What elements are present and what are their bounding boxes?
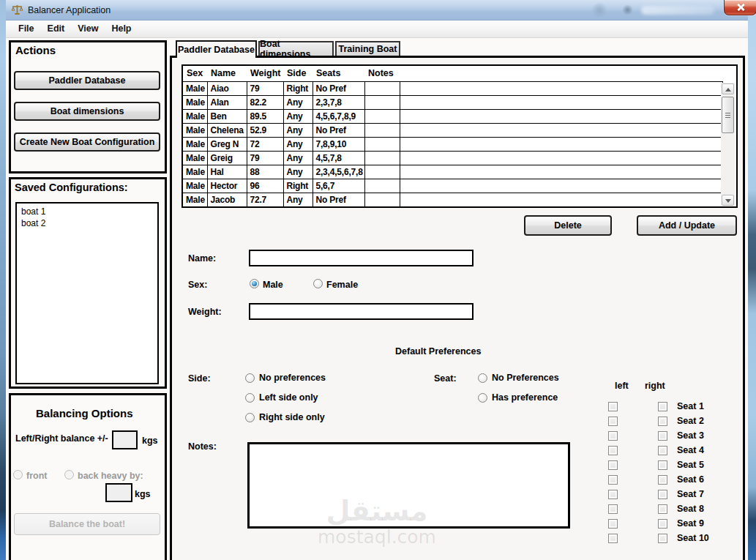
table-row[interactable]: Male Aiao 79 Right No Pref xyxy=(183,81,722,95)
table-scrollbar[interactable] xyxy=(721,83,735,206)
table-row[interactable]: Male Jacob 72.7 Any No Pref xyxy=(183,193,722,206)
seat-left-checkbox[interactable] xyxy=(608,431,618,441)
seat-number-label: Seat 3 xyxy=(677,430,704,441)
seat-row: Seat 10 xyxy=(608,531,709,545)
saved-configuration-item[interactable]: boat 1 xyxy=(21,206,153,217)
side-option-label: No preferences xyxy=(259,373,326,383)
saved-configurations-list[interactable]: boat 1boat 2 xyxy=(15,202,159,384)
seat-checkbox-grid: Seat 1 Seat 2 Seat 3 Seat 4 xyxy=(608,399,709,545)
table-row[interactable]: Male Hector 96 Right 5,6,7 xyxy=(183,179,722,193)
paddler-database-button[interactable]: Paddler Database xyxy=(14,71,160,90)
tab-training-boat[interactable]: Training Boat xyxy=(335,41,400,56)
col-header-seats[interactable]: Seats xyxy=(312,66,364,81)
seat-row: Seat 7 xyxy=(608,487,709,501)
saved-configuration-item[interactable]: boat 2 xyxy=(21,217,153,229)
seat-left-checkbox[interactable] xyxy=(608,490,618,499)
seat-left-checkbox[interactable] xyxy=(608,402,618,411)
seat-left-checkbox[interactable] xyxy=(608,534,618,543)
col-header-name[interactable]: Name xyxy=(207,66,247,81)
seat-right-checkbox[interactable] xyxy=(658,431,667,441)
col-header-weight[interactable]: Weight xyxy=(247,66,283,81)
seat-option-radio[interactable] xyxy=(478,393,487,403)
col-header-notes[interactable]: Notes xyxy=(364,66,400,81)
back-heavy-label: back heavy by: xyxy=(78,471,143,481)
scroll-up-button[interactable] xyxy=(722,83,734,94)
seat-right-checkbox[interactable] xyxy=(658,475,667,485)
side-option-label: Right side only xyxy=(259,412,325,422)
boat-dimensions-button[interactable]: Boat dimensions xyxy=(14,102,160,121)
seat-right-checkbox[interactable] xyxy=(658,460,667,470)
side-option-radio[interactable] xyxy=(245,373,255,383)
table-body: Male Aiao 79 Right No Pref Male Alan 82.… xyxy=(183,81,722,206)
seat-right-checkbox[interactable] xyxy=(658,446,667,455)
cell-name: Hector xyxy=(207,179,247,193)
seat-left-checkbox[interactable] xyxy=(608,504,618,514)
app-window: Balancer Application FileEditViewHelp Ac… xyxy=(0,0,756,560)
table-row[interactable]: Male Greg N 72 Any 7,8,9,10 xyxy=(183,137,722,151)
seat-left-checkbox[interactable] xyxy=(608,519,618,529)
table-row[interactable]: Male Ben 89.5 Any 4,5,6,7,8,9 xyxy=(183,109,722,123)
menu-item[interactable]: Help xyxy=(105,20,138,37)
male-radio[interactable] xyxy=(250,279,259,288)
kgs-label: kgs xyxy=(142,436,158,446)
tab-boat-dimensions[interactable]: Boat dimensions xyxy=(258,41,334,56)
seat-preference-group: No Preferences Has preference xyxy=(478,373,559,412)
cell-notes xyxy=(364,137,400,151)
seat-option-row: No Preferences xyxy=(478,373,559,383)
female-radio[interactable] xyxy=(313,279,323,288)
table-row[interactable]: Male Alan 82.2 Any 2,3,7,8 xyxy=(183,95,722,109)
seat-right-checkbox[interactable] xyxy=(658,519,667,529)
tab-paddler-database[interactable]: Paddler Database xyxy=(176,40,257,58)
cell-sex: Male xyxy=(183,179,207,193)
menu-item[interactable]: Edit xyxy=(41,20,72,37)
cell-side: Any xyxy=(283,137,312,151)
seat-left-checkbox[interactable] xyxy=(608,417,618,426)
weight-input[interactable] xyxy=(249,303,474,320)
cell-sex: Male xyxy=(183,81,207,95)
seat-row: Seat 2 xyxy=(608,414,709,428)
seat-left-checkbox[interactable] xyxy=(608,460,618,470)
seat-right-checkbox[interactable] xyxy=(658,417,667,426)
seat-right-checkbox[interactable] xyxy=(658,504,667,514)
cell-seats: No Pref xyxy=(312,193,364,206)
seat-option-radio[interactable] xyxy=(478,373,487,383)
lr-balance-input[interactable] xyxy=(112,430,138,449)
front-radio[interactable] xyxy=(13,470,23,479)
titlebar[interactable]: Balancer Application xyxy=(6,0,748,20)
balance-the-boat-button[interactable]: Balance the boat! xyxy=(14,513,160,535)
name-input[interactable] xyxy=(249,250,474,266)
front-back-input[interactable] xyxy=(105,483,132,502)
seat-left-checkbox[interactable] xyxy=(608,475,618,485)
seat-right-checkbox[interactable] xyxy=(658,490,667,499)
triangle-up-icon xyxy=(725,88,731,92)
table-row[interactable]: Male Chelena 52.9 Any No Pref xyxy=(183,123,722,137)
seat-right-checkbox[interactable] xyxy=(658,534,667,543)
menu-item[interactable]: View xyxy=(71,20,105,37)
cell-notes xyxy=(364,165,400,179)
delete-button[interactable]: Delete xyxy=(524,215,612,236)
cell-weight: 89.5 xyxy=(247,109,283,123)
cell-weight: 79 xyxy=(247,151,283,165)
notes-textarea[interactable] xyxy=(247,442,570,529)
create-new-boat-configuration-button[interactable]: Create New Boat Configuration xyxy=(14,132,160,152)
col-header-sex[interactable]: Sex xyxy=(183,66,207,81)
seat-number-label: Seat 8 xyxy=(677,504,704,514)
side-option-radio[interactable] xyxy=(245,413,255,422)
seat-left-checkbox[interactable] xyxy=(608,446,618,455)
col-header-side[interactable]: Side xyxy=(283,66,312,81)
titlebar-watermark-blur xyxy=(591,2,607,18)
cell-name: Greig xyxy=(207,151,247,165)
table-row[interactable]: Male Greig 79 Any 4,5,7,8 xyxy=(183,151,722,165)
actions-title: Actions xyxy=(15,45,56,56)
side-option-radio[interactable] xyxy=(245,393,255,403)
scrollbar-thumb[interactable] xyxy=(722,97,734,133)
table-row[interactable]: Male Hal 88 Any 2,3,4,5,6,7,8 xyxy=(183,165,722,179)
add-update-button[interactable]: Add / Update xyxy=(637,215,737,236)
menu-item[interactable]: File xyxy=(12,20,41,37)
close-button[interactable] xyxy=(724,0,756,15)
seat-right-checkbox[interactable] xyxy=(658,402,667,411)
seat-option-label: No Preferences xyxy=(492,373,559,383)
cell-side: Right xyxy=(283,179,312,193)
back-heavy-radio[interactable] xyxy=(64,470,74,479)
scroll-down-button[interactable] xyxy=(722,195,734,206)
